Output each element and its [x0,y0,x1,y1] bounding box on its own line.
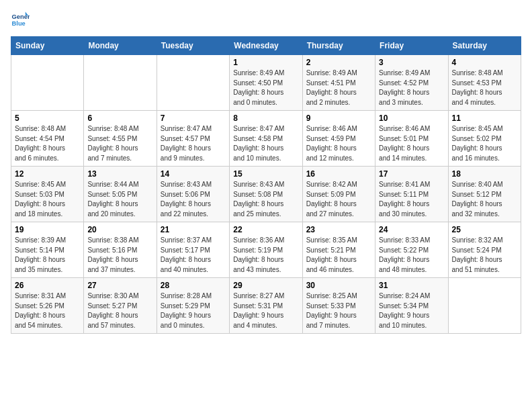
day-info: Sunrise: 8:46 AM Sunset: 4:59 PM Dayligh… [306,124,371,163]
calendar-cell: 5Sunrise: 8:48 AM Sunset: 4:54 PM Daylig… [11,111,84,167]
day-number: 15 [233,169,298,179]
day-info: Sunrise: 8:36 AM Sunset: 5:19 PM Dayligh… [233,236,298,275]
calendar-cell: 21Sunrise: 8:37 AM Sunset: 5:17 PM Dayli… [157,222,229,278]
logo-icon: General Blue [11,11,30,30]
calendar-cell: 8Sunrise: 8:47 AM Sunset: 4:58 PM Daylig… [230,111,302,167]
day-info: Sunrise: 8:44 AM Sunset: 5:05 PM Dayligh… [87,180,152,219]
calendar-week-row: 26Sunrise: 8:31 AM Sunset: 5:26 PM Dayli… [11,278,521,334]
weekday-header-sunday: Sunday [11,37,84,55]
day-number: 29 [233,281,298,290]
calendar-cell: 11Sunrise: 8:45 AM Sunset: 5:02 PM Dayli… [448,111,521,167]
calendar-cell: 3Sunrise: 8:49 AM Sunset: 4:52 PM Daylig… [375,55,448,111]
day-info: Sunrise: 8:46 AM Sunset: 5:01 PM Dayligh… [379,124,444,163]
day-info: Sunrise: 8:49 AM Sunset: 4:52 PM Dayligh… [379,68,444,107]
calendar-cell [157,55,229,111]
day-info: Sunrise: 8:38 AM Sunset: 5:16 PM Dayligh… [87,236,152,275]
day-number: 7 [161,113,226,123]
day-info: Sunrise: 8:39 AM Sunset: 5:14 PM Dayligh… [15,236,80,275]
calendar-cell: 9Sunrise: 8:46 AM Sunset: 4:59 PM Daylig… [302,111,375,167]
weekday-header-wednesday: Wednesday [230,37,302,55]
day-number: 27 [87,281,152,290]
day-number: 2 [306,58,371,67]
weekday-header-friday: Friday [375,37,448,55]
day-number: 14 [161,169,226,179]
calendar-cell: 27Sunrise: 8:30 AM Sunset: 5:27 PM Dayli… [84,278,157,334]
day-info: Sunrise: 8:24 AM Sunset: 5:34 PM Dayligh… [379,291,444,330]
logo: General Blue [11,11,32,30]
day-info: Sunrise: 8:30 AM Sunset: 5:27 PM Dayligh… [87,291,152,330]
day-info: Sunrise: 8:37 AM Sunset: 5:17 PM Dayligh… [161,236,226,275]
weekday-header-saturday: Saturday [448,37,521,55]
day-number: 26 [15,281,80,290]
day-info: Sunrise: 8:25 AM Sunset: 5:33 PM Dayligh… [306,291,371,330]
day-number: 24 [379,225,444,234]
calendar-week-row: 19Sunrise: 8:39 AM Sunset: 5:14 PM Dayli… [11,222,521,278]
calendar-cell: 24Sunrise: 8:33 AM Sunset: 5:22 PM Dayli… [375,222,448,278]
day-number: 31 [379,281,444,290]
day-number: 22 [233,225,298,234]
day-info: Sunrise: 8:45 AM Sunset: 5:03 PM Dayligh… [15,180,80,219]
day-number: 12 [15,169,80,179]
day-info: Sunrise: 8:48 AM Sunset: 4:55 PM Dayligh… [87,124,152,163]
day-number: 5 [15,113,80,123]
day-info: Sunrise: 8:42 AM Sunset: 5:09 PM Dayligh… [306,180,371,219]
day-info: Sunrise: 8:43 AM Sunset: 5:08 PM Dayligh… [233,180,298,219]
day-number: 19 [15,225,80,234]
day-info: Sunrise: 8:28 AM Sunset: 5:29 PM Dayligh… [161,291,226,330]
calendar-cell: 30Sunrise: 8:25 AM Sunset: 5:33 PM Dayli… [302,278,375,334]
calendar-cell: 17Sunrise: 8:41 AM Sunset: 5:11 PM Dayli… [375,167,448,222]
day-number: 28 [161,281,226,290]
day-number: 6 [87,113,152,123]
page-header: General Blue [11,11,521,30]
svg-text:Blue: Blue [12,20,26,27]
day-info: Sunrise: 8:45 AM Sunset: 5:02 PM Dayligh… [452,124,517,163]
day-number: 13 [87,169,152,179]
day-number: 21 [161,225,226,234]
calendar-cell: 12Sunrise: 8:45 AM Sunset: 5:03 PM Dayli… [11,167,84,222]
calendar-cell [11,55,84,111]
weekday-header-tuesday: Tuesday [157,37,229,55]
day-number: 16 [306,169,371,179]
calendar-cell [84,55,157,111]
day-info: Sunrise: 8:33 AM Sunset: 5:22 PM Dayligh… [379,236,444,275]
calendar-cell: 15Sunrise: 8:43 AM Sunset: 5:08 PM Dayli… [230,167,302,222]
calendar-cell: 18Sunrise: 8:40 AM Sunset: 5:12 PM Dayli… [448,167,521,222]
day-info: Sunrise: 8:35 AM Sunset: 5:21 PM Dayligh… [306,236,371,275]
calendar-cell: 23Sunrise: 8:35 AM Sunset: 5:21 PM Dayli… [302,222,375,278]
calendar-week-row: 1Sunrise: 8:49 AM Sunset: 4:50 PM Daylig… [11,55,521,111]
calendar-cell: 1Sunrise: 8:49 AM Sunset: 4:50 PM Daylig… [230,55,302,111]
calendar-week-row: 12Sunrise: 8:45 AM Sunset: 5:03 PM Dayli… [11,167,521,222]
calendar-body: 1Sunrise: 8:49 AM Sunset: 4:50 PM Daylig… [11,55,521,334]
day-info: Sunrise: 8:48 AM Sunset: 4:53 PM Dayligh… [452,68,517,107]
day-info: Sunrise: 8:48 AM Sunset: 4:54 PM Dayligh… [15,124,80,163]
day-info: Sunrise: 8:47 AM Sunset: 4:57 PM Dayligh… [161,124,226,163]
calendar-cell: 6Sunrise: 8:48 AM Sunset: 4:55 PM Daylig… [84,111,157,167]
day-number: 4 [452,58,517,67]
calendar-cell: 22Sunrise: 8:36 AM Sunset: 5:19 PM Dayli… [230,222,302,278]
calendar-cell: 16Sunrise: 8:42 AM Sunset: 5:09 PM Dayli… [302,167,375,222]
day-number: 25 [452,225,517,234]
calendar-header-row: SundayMondayTuesdayWednesdayThursdayFrid… [11,37,521,55]
day-number: 30 [306,281,371,290]
weekday-header-thursday: Thursday [302,37,375,55]
calendar-cell: 4Sunrise: 8:48 AM Sunset: 4:53 PM Daylig… [448,55,521,111]
day-info: Sunrise: 8:47 AM Sunset: 4:58 PM Dayligh… [233,124,298,163]
calendar-cell: 7Sunrise: 8:47 AM Sunset: 4:57 PM Daylig… [157,111,229,167]
weekday-header-monday: Monday [84,37,157,55]
calendar-table: SundayMondayTuesdayWednesdayThursdayFrid… [11,36,521,334]
day-info: Sunrise: 8:40 AM Sunset: 5:12 PM Dayligh… [452,180,517,219]
day-number: 20 [87,225,152,234]
day-number: 18 [452,169,517,179]
day-info: Sunrise: 8:43 AM Sunset: 5:06 PM Dayligh… [161,180,226,219]
day-number: 3 [379,58,444,67]
day-number: 9 [306,113,371,123]
day-info: Sunrise: 8:49 AM Sunset: 4:50 PM Dayligh… [233,68,298,107]
day-number: 1 [233,58,298,67]
calendar-week-row: 5Sunrise: 8:48 AM Sunset: 4:54 PM Daylig… [11,111,521,167]
calendar-cell: 13Sunrise: 8:44 AM Sunset: 5:05 PM Dayli… [84,167,157,222]
day-info: Sunrise: 8:31 AM Sunset: 5:26 PM Dayligh… [15,291,80,330]
day-number: 10 [379,113,444,123]
day-info: Sunrise: 8:49 AM Sunset: 4:51 PM Dayligh… [306,68,371,107]
day-number: 23 [306,225,371,234]
calendar-cell: 10Sunrise: 8:46 AM Sunset: 5:01 PM Dayli… [375,111,448,167]
